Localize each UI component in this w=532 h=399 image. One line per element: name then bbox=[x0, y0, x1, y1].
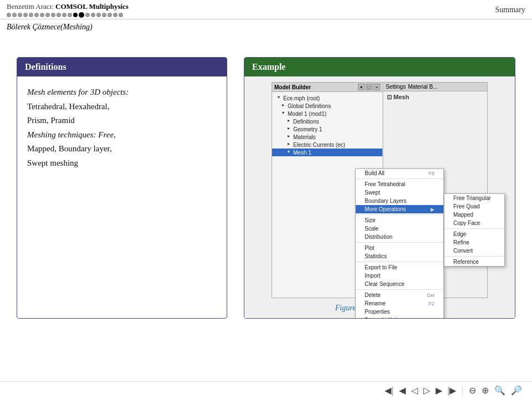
progress-dot bbox=[57, 13, 61, 17]
tree-item-definitions[interactable]: ▸ Definitions bbox=[272, 117, 382, 125]
nav-prev-alt[interactable]: ◁ bbox=[410, 385, 419, 396]
ctx-free-tet[interactable]: Free Tetrahedral bbox=[356, 180, 443, 188]
tree-item-materials[interactable]: ▸ Materials bbox=[272, 133, 382, 141]
main-content: Definitions Mesh elements for 3D objects… bbox=[0, 40, 532, 330]
comsol-right-title: ⊡ Mesh bbox=[383, 91, 487, 103]
nav-first[interactable]: ◀| bbox=[383, 385, 394, 396]
ctx-swept[interactable]: Swept bbox=[356, 188, 443, 197]
ctx-import[interactable]: Import bbox=[356, 272, 443, 280]
top-bar: Benzetim Aracı: COMSOL Multiphysics Summ… bbox=[0, 0, 532, 19]
ctx-build-all[interactable]: Build All F8 bbox=[356, 169, 443, 177]
nav-search1[interactable]: 🔍 bbox=[493, 385, 507, 396]
sub-sep-1 bbox=[444, 228, 504, 229]
bottom-bar: ◀| ◀ ◁ ▷ ▶ |▶ | ⊖ ⊕ 🔍 🔎 bbox=[0, 381, 532, 399]
nav-next[interactable]: ▶ bbox=[434, 385, 443, 396]
tool-name: COMSOL Multiphysics bbox=[55, 2, 129, 11]
toolbar-btn-1[interactable]: ▾ bbox=[358, 84, 365, 90]
tree-icon-mat: ▸ bbox=[285, 134, 292, 140]
sub-copy-face[interactable]: Copy Face bbox=[444, 219, 504, 227]
material-tab[interactable]: Material B... bbox=[408, 84, 437, 90]
def-line3: Prism, Pramid bbox=[27, 116, 75, 125]
tree-item-model[interactable]: ▾ Model 1 (mod1) bbox=[272, 110, 382, 117]
progress-dot bbox=[29, 13, 33, 17]
tool-label: Benzetim Aracı: bbox=[7, 2, 54, 11]
ctx-scale[interactable]: Scale bbox=[356, 224, 443, 233]
nav-zoom-in[interactable]: ⊕ bbox=[480, 385, 490, 396]
definitions-body: Mesh elements for 3D objects: Tetrahedra… bbox=[17, 76, 227, 181]
sub-convert[interactable]: Convert bbox=[444, 247, 504, 255]
ctx-statistics[interactable]: Statistics bbox=[356, 252, 443, 260]
model-builder-title: Model Builder bbox=[274, 84, 311, 90]
sub-mapped[interactable]: Mapped bbox=[444, 211, 504, 219]
ctx-clear[interactable]: Clear Sequence bbox=[356, 280, 443, 288]
progress-dot bbox=[96, 13, 101, 17]
toolbar-btn-3[interactable]: × bbox=[374, 84, 380, 90]
nav-prev[interactable]: ◀ bbox=[398, 385, 407, 396]
nav-zoom-out[interactable]: ⊖ bbox=[468, 385, 477, 396]
progress-dot bbox=[102, 13, 106, 17]
tree-icon-ec: ▸ bbox=[285, 141, 292, 148]
progress-dot bbox=[34, 13, 39, 17]
comsol-mesh-label: ⊡ bbox=[387, 94, 393, 100]
tree-item-mesh[interactable]: ▾ Mesh 1 bbox=[272, 149, 382, 156]
sub-free-quad[interactable]: Free Quad bbox=[444, 202, 504, 211]
ctx-rename[interactable]: Rename F2 bbox=[356, 299, 443, 308]
ctx-boundary[interactable]: Boundary Layers bbox=[356, 197, 443, 205]
definitions-box: Definitions Mesh elements for 3D objects… bbox=[17, 57, 227, 319]
progress-dot bbox=[79, 12, 84, 18]
settings-tab[interactable]: Settings bbox=[386, 84, 406, 90]
tree-icon-def: ▸ bbox=[285, 118, 292, 125]
section-title: Bölerek Çözmece(Meshing) bbox=[0, 19, 532, 35]
def-line4: Meshing techniques: Free, bbox=[27, 130, 116, 139]
progress-dot bbox=[12, 13, 17, 17]
sub-reference[interactable]: Reference bbox=[444, 258, 504, 266]
progress-dot bbox=[73, 13, 78, 17]
nav-next-alt[interactable]: ▷ bbox=[422, 385, 431, 396]
nav-search2[interactable]: 🔎 bbox=[510, 385, 523, 396]
sub-free-tri[interactable]: Free Triangular bbox=[444, 194, 504, 202]
sub-sep-2 bbox=[444, 256, 504, 257]
progress-dot bbox=[18, 13, 22, 17]
ctx-dynamic-help[interactable]: Dynamic Help F1 bbox=[356, 316, 443, 319]
ctx-plot[interactable]: Plot bbox=[356, 244, 443, 252]
ctx-size[interactable]: Size bbox=[356, 216, 443, 224]
example-box: Example Model Builder ▾ □ × bbox=[244, 57, 515, 319]
progress-dot bbox=[68, 13, 72, 17]
tree-item-ec[interactable]: ▸ Electric Currents (ec) bbox=[272, 141, 382, 149]
sub-refine[interactable]: Refine bbox=[444, 238, 504, 247]
toolbar-btn-2[interactable]: □ bbox=[366, 84, 372, 90]
tree-icon-global: ▸ bbox=[280, 103, 287, 109]
comsol-screenshot: Model Builder ▾ □ × ▾ Ece.mph (root) bbox=[272, 82, 488, 298]
tool-title: Benzetim Aracı: COMSOL Multiphysics bbox=[7, 2, 129, 11]
ctx-properties[interactable]: Properties bbox=[356, 308, 443, 316]
def-line5: Mapped, Boundary layer, bbox=[27, 144, 112, 153]
comsol-mesh-title: Mesh bbox=[393, 94, 409, 100]
tree-icon-geom: ▸ bbox=[285, 126, 292, 132]
tree-item-global[interactable]: ▸ Global Definitions bbox=[272, 102, 382, 110]
section-title-text: Bölerek Çözmece(Meshing) bbox=[7, 23, 93, 31]
top-bar-left: Benzetim Aracı: COMSOL Multiphysics bbox=[7, 2, 129, 18]
nav-last[interactable]: |▶ bbox=[447, 385, 457, 396]
ctx-sep-2 bbox=[356, 214, 443, 215]
ctx-sep-5 bbox=[356, 289, 443, 290]
ctx-more-ops[interactable]: More Operations ▶ bbox=[356, 205, 443, 213]
tree-icon-model: ▾ bbox=[280, 110, 287, 117]
sub-edge[interactable]: Edge bbox=[444, 230, 504, 238]
progress-dot bbox=[23, 13, 28, 17]
submenu: Free Triangular Free Quad Mapped Copy Fa… bbox=[444, 193, 505, 267]
progress-dot bbox=[62, 13, 66, 17]
comsol-right-toolbar: Settings Material B... bbox=[383, 83, 487, 91]
tree-item-geometry[interactable]: ▸ Geometry 1 bbox=[272, 125, 382, 133]
def-line2: Tetrahedral, Hexahedral, bbox=[27, 102, 109, 111]
toolbar-buttons: ▾ □ × bbox=[358, 84, 380, 90]
progress-dot bbox=[45, 13, 50, 17]
summary-link[interactable]: Summary bbox=[495, 6, 525, 14]
ctx-sep-4 bbox=[356, 262, 443, 262]
progress-dot bbox=[119, 13, 123, 17]
ctx-distribution[interactable]: Distribution bbox=[356, 233, 443, 241]
ctx-export[interactable]: Export to File bbox=[356, 263, 443, 272]
tree-item-root[interactable]: ▾ Ece.mph (root) bbox=[272, 94, 382, 102]
ctx-sep-1 bbox=[356, 178, 443, 179]
progress-dot bbox=[91, 13, 95, 17]
ctx-delete[interactable]: Delete Del bbox=[356, 291, 443, 299]
